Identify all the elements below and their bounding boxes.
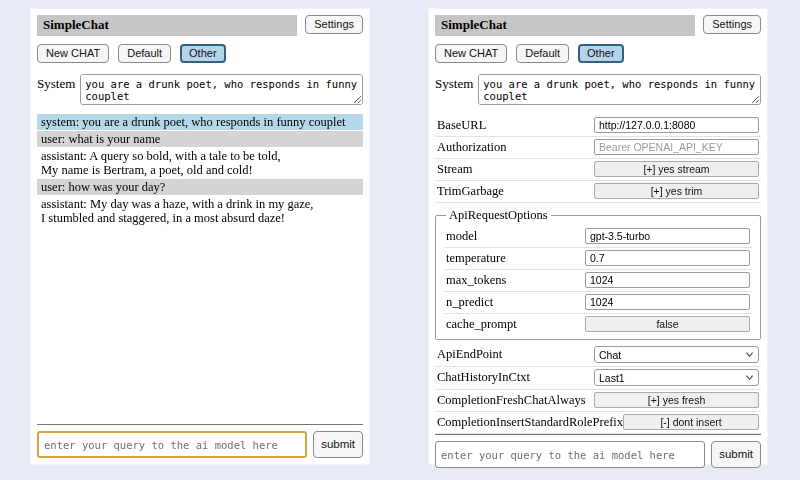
app-title: SimpleChat <box>37 15 297 36</box>
chat-message-list: system: you are a drunk poet, who respon… <box>37 114 363 227</box>
query-row: submit <box>37 431 363 458</box>
system-prompt-row: System you are a drunk poet, who respond… <box>435 74 761 105</box>
setting-label: cache_prompt <box>446 317 517 332</box>
chevron-down-icon <box>745 373 754 382</box>
setting-row-completioninsertstandardroleprefix: CompletionInsertStandardRolePrefix [-] d… <box>435 412 761 434</box>
query-row: submit <box>435 441 761 468</box>
chat-panel-header: SimpleChat Settings <box>37 15 363 36</box>
chevron-down-icon <box>745 350 754 359</box>
session-tab-default[interactable]: Default <box>118 44 171 63</box>
footer-divider <box>435 434 761 435</box>
system-prompt-label: System <box>37 74 75 105</box>
setting-row-trimgarbage: TrimGarbage [+] yes trim <box>435 181 761 203</box>
settings-panel: SimpleChat Settings New CHAT Default Oth… <box>428 8 768 465</box>
settings-panel-header: SimpleChat Settings <box>435 15 761 36</box>
query-input[interactable] <box>435 441 705 468</box>
temperature-input[interactable] <box>585 250 750 266</box>
setting-row-temperature: temperature <box>444 248 752 270</box>
system-prompt-row: System you are a drunk poet, who respond… <box>37 74 363 105</box>
new-chat-button[interactable]: New CHAT <box>435 44 507 63</box>
setting-label: model <box>446 229 477 244</box>
setting-label: ChatHistoryInCtxt <box>437 370 530 385</box>
setting-row-model: model <box>444 226 752 248</box>
setting-row-max-tokens: max_tokens <box>444 270 752 292</box>
setting-row-n-predict: n_predict <box>444 292 752 314</box>
api-request-options-legend: ApiRequestOptions <box>446 208 551 223</box>
chat-message-assistant: assistant: A query so bold, with a tale … <box>37 148 363 178</box>
system-prompt-label: System <box>435 74 473 105</box>
chat-panel: SimpleChat Settings New CHAT Default Oth… <box>30 8 370 465</box>
trimgarbage-toggle-button[interactable]: [+] yes trim <box>594 183 759 199</box>
query-input[interactable] <box>37 431 307 458</box>
cache-prompt-toggle-button[interactable]: false <box>585 316 750 332</box>
n-predict-input[interactable] <box>585 294 750 310</box>
session-tab-other[interactable]: Other <box>578 44 624 63</box>
setting-label: max_tokens <box>446 273 506 288</box>
setting-label: n_predict <box>446 295 493 310</box>
setting-row-authorization: Authorization <box>435 137 761 159</box>
footer-divider <box>37 424 363 425</box>
setting-label: ApiEndPoint <box>437 347 502 362</box>
settings-button[interactable]: Settings <box>703 15 761 34</box>
settings-list: BaseURL Authorization Stream [+] yes str… <box>435 115 761 434</box>
completion-fresh-chat-toggle-button[interactable]: [+] yes fresh <box>594 392 759 408</box>
authorization-input[interactable] <box>594 139 759 155</box>
setting-label: BaseURL <box>437 118 486 133</box>
chat-message-system: system: you are a drunk poet, who respon… <box>37 114 363 130</box>
session-tab-default[interactable]: Default <box>516 44 569 63</box>
setting-row-cache-prompt: cache_prompt false <box>444 314 752 335</box>
chat-message-assistant: assistant: My day was a haze, with a dri… <box>37 196 363 226</box>
setting-row-baseurl: BaseURL <box>435 115 761 137</box>
session-tab-other[interactable]: Other <box>180 44 226 63</box>
new-chat-button[interactable]: New CHAT <box>37 44 109 63</box>
setting-row-chathistoryinctxt: ChatHistoryInCtxt Last1 <box>435 367 761 390</box>
setting-label: CompletionFreshChatAlways <box>437 393 586 408</box>
submit-button[interactable]: submit <box>313 431 363 458</box>
completion-insert-role-prefix-toggle-button[interactable]: [-] dont insert <box>623 414 759 430</box>
setting-label: Stream <box>437 162 472 177</box>
api-request-options-fieldset: ApiRequestOptions model temperature max_… <box>435 208 761 340</box>
app-title: SimpleChat <box>435 15 695 36</box>
setting-label: TrimGarbage <box>437 184 504 199</box>
setting-row-stream: Stream [+] yes stream <box>435 159 761 181</box>
chat-history-in-ctxt-select[interactable]: Last1 <box>594 369 759 386</box>
chat-empty-space <box>37 227 363 424</box>
setting-label: CompletionInsertStandardRolePrefix <box>437 415 623 430</box>
setting-row-completionfreshchatalways: CompletionFreshChatAlways [+] yes fresh <box>435 390 761 412</box>
settings-button[interactable]: Settings <box>305 15 363 34</box>
setting-row-apiendpoint: ApiEndPoint Chat <box>435 344 761 367</box>
setting-label: temperature <box>446 251 506 266</box>
model-input[interactable] <box>585 228 750 244</box>
session-toolbar: New CHAT Default Other <box>37 44 363 63</box>
api-endpoint-select[interactable]: Chat <box>594 346 759 363</box>
session-toolbar: New CHAT Default Other <box>435 44 761 63</box>
chat-message-user: user: what is your name <box>37 131 363 147</box>
stream-toggle-button[interactable]: [+] yes stream <box>594 161 759 177</box>
system-prompt-textarea[interactable]: you are a drunk poet, who responds in fu… <box>80 74 363 105</box>
baseurl-input[interactable] <box>594 117 759 133</box>
setting-label: Authorization <box>437 140 506 155</box>
submit-button[interactable]: submit <box>711 441 761 468</box>
max-tokens-input[interactable] <box>585 272 750 288</box>
system-prompt-textarea[interactable]: you are a drunk poet, who responds in fu… <box>478 74 761 105</box>
page: SimpleChat Settings New CHAT Default Oth… <box>0 0 800 480</box>
chat-message-user: user: how was your day? <box>37 179 363 195</box>
api-endpoint-selected-value: Chat <box>599 349 621 361</box>
chat-history-selected-value: Last1 <box>599 372 625 384</box>
